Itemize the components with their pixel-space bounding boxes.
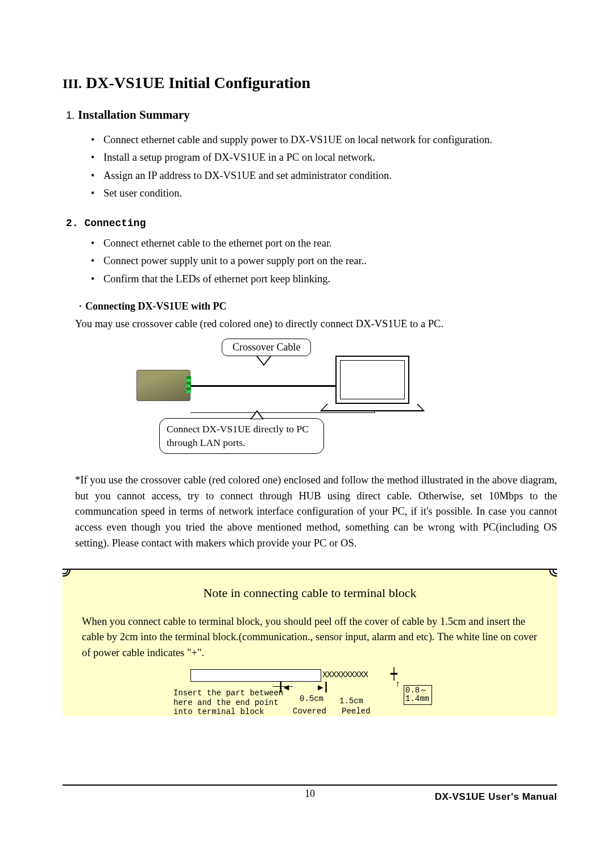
section-1-heading: 1. Installation Summary	[66, 108, 557, 122]
note-body: When you connect cable to terminal block…	[82, 614, 538, 661]
sub-text: You may use crossover cable (red colored…	[75, 316, 557, 332]
laptop-icon	[335, 356, 418, 412]
cable-covered-icon	[190, 669, 321, 682]
spiral-binding-icon	[63, 569, 70, 577]
page-footer: 10 DX-VS1UE User's Manual	[63, 784, 557, 800]
list-item: Install a setup program of DX-VS1UE in a…	[91, 149, 557, 166]
insert-instruction: Insert the part between here and the end…	[173, 688, 293, 716]
page-content: III. DX-VS1UE Initial Configuration 1. I…	[0, 0, 614, 716]
covered-label: Covered	[293, 707, 326, 716]
cable-line2-icon	[190, 412, 375, 413]
connecting-bullets: Connect ethernet cable to the ethernet p…	[91, 235, 557, 288]
arrow-up-icon: ↑	[395, 679, 401, 690]
connect-instruction-box: Connect DX-VS1UE directly to PC through …	[159, 418, 324, 454]
list-item: Connect power supply unit to a power sup…	[91, 252, 557, 270]
sub-bullet-dot: ・	[75, 301, 85, 312]
size-15cm: 1.5cm	[339, 696, 363, 706]
subsection-heading: ・Connecting DX-VS1UE with PC	[75, 299, 557, 313]
cable-line-icon	[190, 385, 338, 387]
list-item: Connect ethernet cable and supply power …	[91, 131, 557, 149]
section-2-title: Connecting	[84, 218, 146, 229]
thickness-label: 0.8～ 1.4mm	[404, 685, 432, 705]
connection-diagram: Crossover Cable Connect DX-VS1UE directl…	[136, 339, 478, 464]
list-item: Confirm that the LEDs of ethernet port k…	[91, 270, 557, 288]
manual-title: DX-VS1UE User's Manual	[435, 791, 557, 803]
list-item: Connect ethernet cable to the ethernet p…	[91, 235, 557, 252]
chapter-heading: III. DX-VS1UE Initial Configuration	[63, 74, 557, 92]
spiral-binding-icon	[549, 569, 557, 577]
callout-arrow2-icon	[250, 410, 264, 419]
cable-peeled-icon: XXXXXXXXXX	[322, 670, 391, 681]
list-item: Assign an IP address to DX-VS1UE and set…	[91, 167, 557, 185]
crossover-cable-label: Crossover Cable	[222, 339, 311, 356]
troubleshooting-paragraph: *If you use the crossover cable (red col…	[75, 473, 557, 552]
arrow-line-icon	[273, 686, 293, 687]
cable-strip-diagram: XXXXXXXXXX ┿ ↑ 0.8～ 1.4mm ┃◀ ▶┃ Insert t…	[173, 669, 446, 716]
peeled-label: Peeled	[342, 707, 370, 716]
callout-arrow-icon	[256, 356, 272, 366]
note-block: Note in connecting cable to terminal blo…	[63, 569, 557, 716]
section-1-title: Installation Summary	[78, 108, 190, 122]
chapter-roman: III.	[63, 76, 82, 91]
list-item: Set user condition.	[91, 185, 557, 202]
note-title: Note in connecting cable to terminal blo…	[82, 586, 538, 600]
section-1-num: 1.	[66, 109, 75, 121]
size-05cm: 0.5cm	[300, 694, 323, 703]
section-2-num: 2.	[66, 218, 78, 229]
bracket-right-icon: ▶┃	[318, 682, 329, 693]
sub-title: Connecting DX-VS1UE with PC	[85, 301, 227, 312]
section-2-heading: 2. Connecting	[66, 218, 557, 229]
dxvs1ue-device-icon	[136, 370, 190, 401]
chapter-title: DX-VS1UE Initial Configuration	[86, 74, 310, 91]
installation-bullets: Connect ethernet cable and supply power …	[91, 131, 557, 203]
